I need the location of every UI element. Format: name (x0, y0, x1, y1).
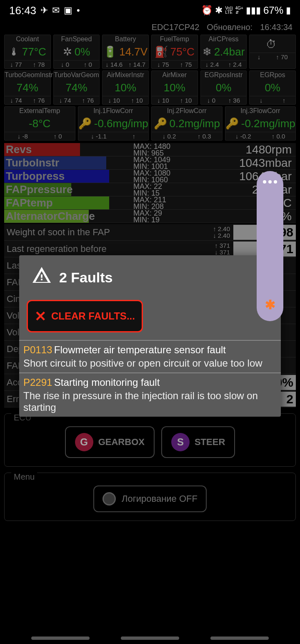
bar-label: FAPpressure (4, 183, 72, 196)
tile-min: ↓ 77 (10, 61, 22, 68)
mail-icon: ✉ (52, 5, 60, 16)
gauge-tile[interactable]: FanSpeed✲0%↓ 0↑ 0 (53, 35, 100, 69)
tile-max: ↑ (132, 133, 136, 140)
tile-value: 0% (75, 45, 90, 58)
tile-max: ↑ 10 (131, 97, 142, 104)
data-row-minmax: ↑ 2.40↓ 2.40 (200, 226, 233, 239)
bar-minmax: MAX: 211MIN: 208 (133, 196, 166, 210)
tile-icon: 🔑 (78, 117, 92, 130)
floating-pill[interactable]: ✱ (257, 171, 283, 321)
android-status-bar: 16:43 ✈ ✉ ▣ • ⏰ ✱ Vo))LTE 4G+⇵ ▮▮▮ 67% ▮ (0, 0, 300, 21)
tile-value: 77°C (22, 45, 46, 58)
gauge-tile[interactable]: Battery🔋14.7V↓ 14.6↑ 14.7 (102, 35, 149, 69)
tile-max: ↑ 0 (84, 61, 92, 68)
tile-min: ↓ 14.6 (105, 61, 122, 68)
gauge-tile[interactable]: EGRposInstr0%↓ 0↑ 36 (200, 70, 247, 105)
tile-max: ↑ 14.7 (128, 61, 145, 68)
bar-gauge-row[interactable]: FAPpressureMAX: 22MIN: 1522mbar (4, 183, 296, 196)
gearbox-button[interactable]: G GEARBOX (65, 426, 155, 458)
tile-max: ↑ 76 (82, 97, 94, 104)
faults-modal: 2 Faults ✕ CLEAR FAULTS... P0113 Flowmet… (19, 255, 281, 417)
steer-button[interactable]: S STEER (161, 426, 235, 458)
fault-code: P2291 (23, 377, 52, 388)
tile-min: ↓ 74 (10, 97, 22, 104)
fault-item[interactable]: P0113 Flowmeter air temperature sensor f… (19, 340, 281, 372)
bar-minmax: MAX: 1049MIN: 1001 (133, 156, 170, 170)
ecu-section: ECU G GEARBOX S STEER (4, 413, 296, 467)
bar-minmax: MAX: 22MIN: 15 (133, 183, 162, 196)
tile-icon: 🔑 (225, 117, 239, 130)
tile-min: ↓ 0.2 (162, 133, 176, 140)
android-nav-bar[interactable] (0, 636, 300, 640)
gauge-tile[interactable]: FuelTemp⛽75°C↓ 75↑ 75 (151, 35, 198, 69)
tile-max: ↑ 36 (228, 97, 240, 104)
gauge-tile[interactable]: ExternalTemp-8°C↓ -8↑ 0 (4, 106, 75, 141)
nav-recents[interactable] (31, 636, 90, 640)
tile-max: ↑ 78 (33, 61, 45, 68)
tile-icon: ✲ (63, 45, 72, 58)
gauge-tile[interactable]: ⏱↓ ↑ 70 (249, 35, 296, 69)
tiles-row-1: Coolant🌡77°C↓ 77↑ 78FanSpeed✲0%↓ 0↑ 0Bat… (4, 35, 296, 69)
data-row[interactable]: Weight of soot in the FAP↑ 2.40↓ 2.402.3… (4, 224, 296, 241)
tile-max: ↑ 0.3 (198, 133, 211, 140)
tile-label: AirCPress (201, 35, 247, 43)
bar-gauge-row[interactable]: TurbopressMAX: 1080MIN: 10601064mbar (4, 170, 296, 183)
tile-label: FanSpeed (54, 35, 100, 43)
battery-icon: ▮ (286, 5, 291, 16)
logging-toggle[interactable]: Логирование OFF (93, 486, 207, 512)
tile-value: 0% (265, 81, 280, 94)
more-icon[interactable] (263, 180, 277, 184)
ecu-id: EDC17CP42 (152, 23, 200, 32)
bar-label: AlternatorCharge (4, 210, 95, 223)
bar-gauge-row[interactable]: AlternatorChargeMAX: 29MIN: 1929% (4, 210, 296, 223)
tile-min: ↓ 75 (157, 61, 169, 68)
tile-label: FuelTemp (152, 35, 198, 43)
gauge-tile[interactable]: Inj.2FlowCorr🔑0.2mg/imp↓ 0.2↑ 0.3 (151, 106, 222, 141)
gauge-tile[interactable]: AirMixer10%↓ 10↑ 10 (151, 70, 198, 105)
bar-gauge-row[interactable]: TurboInstrMAX: 1049MIN: 10011043mbar (4, 156, 296, 170)
tile-min: ↓ 10 (108, 97, 120, 104)
gauge-tile[interactable]: Inj.1FlowCorr🔑-0.6mg/imp↓ -1.1↑ (78, 106, 149, 141)
tile-value: 75°C (170, 45, 195, 58)
tile-min: ↓ 74 (59, 97, 71, 104)
updated-label: Обновлено: (207, 23, 252, 32)
nav-back[interactable] (210, 636, 269, 640)
gauge-tile[interactable]: TurboGeomInstr74%↓ 74↑ 76 (4, 70, 51, 105)
clear-faults-label: CLEAR FAULTS... (51, 310, 135, 322)
tile-label: TurboGeomInstr (5, 71, 50, 79)
gauge-tile[interactable]: TurboVarGeom74%↓ 74↑ 76 (53, 70, 100, 105)
network-4g-icon: 4G+⇵ (235, 6, 243, 15)
gauge-tile[interactable]: EGRpos0%↓ ↑ (249, 70, 296, 105)
gauge-tile[interactable]: AirMixerInstr10%↓ 10↑ 10 (102, 70, 149, 105)
fault-code: P0113 (23, 344, 52, 355)
tiles-row-3: ExternalTemp-8°C↓ -8↑ 0Inj.1FlowCorr🔑-0.… (4, 106, 296, 141)
tile-label: Inj.3FlowCorr (225, 107, 296, 115)
steer-icon: S (171, 433, 190, 451)
menu-section: Menu Логирование OFF (4, 473, 296, 521)
bluetooth-pill-icon[interactable]: ✱ (265, 297, 275, 312)
fault-item[interactable]: P2291 Starting monitoring faultThe rise … (19, 372, 281, 417)
tile-label: Battery (102, 35, 148, 43)
faults-modal-title: 2 Faults (59, 269, 112, 286)
clear-faults-button[interactable]: ✕ CLEAR FAULTS... (27, 300, 143, 332)
tile-label: AirMixer (152, 71, 198, 79)
gauge-tile[interactable]: AirCPress❄2.4bar↓ 2.4↑ 2.4 (200, 35, 247, 69)
tile-min: ↓ -8 (18, 133, 28, 140)
tile-min: ↓ -1.1 (91, 133, 107, 140)
tile-icon: ⏱ (266, 38, 277, 51)
gauge-tile[interactable]: Inj.3FlowCorr🔑-0.2mg/imp↓ -0.2↑ 0.0 (225, 106, 296, 141)
bar-gauge-row[interactable]: FAPtempMAX: 211MIN: 208211°C (4, 196, 296, 210)
tile-min: ↓ 0 (207, 97, 215, 104)
tile-label: TurboVarGeom (54, 71, 100, 79)
bar-gauge-row[interactable]: RevsMAX: 1480MIN: 9651480rpm (4, 143, 296, 156)
close-icon: ✕ (35, 308, 46, 325)
nav-home[interactable] (121, 636, 179, 640)
tile-value: 2.4bar (214, 45, 245, 58)
fault-name: Starting monitoring fault (54, 377, 160, 388)
tile-label: Coolant (5, 35, 50, 43)
bar-minmax: MAX: 1480MIN: 965 (133, 143, 170, 156)
gauge-tile[interactable]: Coolant🌡77°C↓ 77↑ 78 (4, 35, 51, 69)
data-row[interactable]: Last regeneration before↑ 371↓ 371371 (4, 241, 296, 257)
steer-label: STEER (195, 437, 225, 448)
bar-label: TurboInstr (4, 156, 59, 169)
